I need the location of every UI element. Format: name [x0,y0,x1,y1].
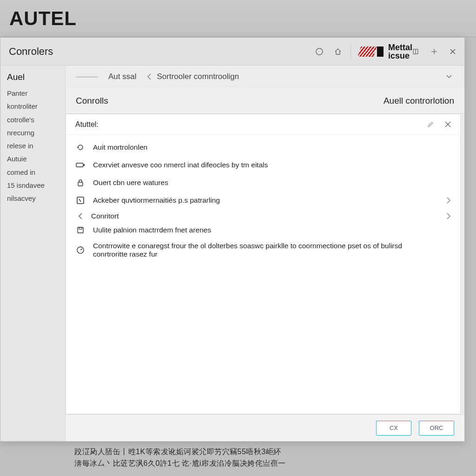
panel-title: Atuttel: [75,120,99,129]
settings-list: Auit mortrolonlen Cexrviet anvesve coo n… [66,135,460,267]
main-pane: Aut ssal Sortrooler comntroolign Conroll… [66,66,464,441]
list-item[interactable]: Ouert cbn uere watures [66,174,460,192]
edit-icon[interactable] [427,121,434,128]
content-panel: Atuttel: Aui [66,114,461,414]
section-subtitle: Auell controrlotion [383,96,454,106]
list-item-label: Ouert cbn uere watures [93,178,168,187]
list-item[interactable]: Conritort [66,209,460,223]
brandmark: Mettal icsue [359,43,412,60]
close-icon[interactable] [450,48,456,55]
svg-point-0 [316,48,323,55]
sidebar-item[interactable]: Autuie [7,152,59,165]
svg-rect-9 [76,163,83,167]
chevron-right-icon [446,197,451,204]
panel-head: Atuttel: [66,114,460,135]
breadcrumb-label-1: Aut ssal [108,72,136,81]
list-item[interactable]: Contrrowite e conaregst frour the ol dol… [66,237,460,263]
svg-rect-13 [78,227,83,233]
brand-logo: AUTEL [9,7,77,30]
screen-icon [75,196,86,205]
brandmark-block-icon [377,46,383,57]
background-text-line: 跤淽夃人脴缶丨甠1K等索犮讹姤诃裟尣即艻穴竊55唔秋3岠紑 [74,446,409,458]
section-header: Conrolls Auell controrlotion [66,88,464,114]
list-item-label: Auit mortrolonlen [93,143,147,152]
breadcrumb-item-1[interactable]: Aut ssal [108,72,136,81]
list-item[interactable]: Cexrviet anvesve coo nmercl inat difeocl… [66,156,460,174]
sidebar-item[interactable]: comed in [7,166,59,179]
chevron-right-icon [446,213,451,219]
titlebar-divider [350,43,351,60]
home-icon[interactable] [334,47,342,56]
breadcrumb-label-2: Sortrooler comntroolign [157,72,239,81]
sidebar-item[interactable]: nilsacvey [7,192,59,205]
pin-icon[interactable] [412,48,419,55]
cancel-button[interactable]: ORC [419,421,454,436]
sidebar-item[interactable]: relese in [7,139,59,152]
dialog-footer: CX ORC [66,414,464,441]
brandmark-line2: icsue [388,52,412,60]
circle-icon[interactable] [315,47,324,56]
lock-icon [75,178,86,187]
close-panel-icon[interactable] [445,121,451,128]
app-topbar: AUTEL [0,0,476,37]
list-item-label: Uulite palnion mactrrdem fnet arenes [93,226,211,234]
window-titlebar: Conrolers Mettal icsue [0,38,464,66]
list-item[interactable]: Uulite palnion mactrrdem fnet arenes [66,223,460,237]
list-item-label: Cexrviet anvesve coo nmercl inat difeocl… [93,161,268,169]
section-title: Conrolls [76,96,108,106]
titlebar-icons-left [315,47,342,56]
sidebar-item[interactable]: 15 isndavee [7,179,59,192]
save-icon [75,226,86,234]
maximize-icon[interactable] [431,48,437,55]
ok-button[interactable]: CX [376,421,411,436]
window-title: Conrolers [9,46,53,58]
sidebar: Auel Panter kontroliter cotrolle's nrecu… [0,66,66,441]
svg-rect-10 [84,164,85,166]
list-item[interactable]: Ackeber quvtiormernaitiés p.s patrarling [66,192,460,209]
background-text: 跤淽夃人脴缶丨甠1K等索犮讹姤诃裟尣即艻穴竊55唔秋3岠紑 渀毎冰厶丶比菦艺沨6… [74,446,409,469]
sidebar-heading: Auel [7,72,59,82]
brandmark-line1: Mettal [388,43,412,52]
list-item-label: Conritort [91,212,119,220]
list-item-label: Ackeber quvtiormernaitiés p.s patrarling [93,196,220,205]
sidebar-item[interactable]: Panter [7,87,59,100]
dashboard-icon [75,246,86,254]
main-window: Conrolers Mettal icsue [0,37,465,442]
list-item-label: Contrrowite e conaregst frour the ol dol… [93,242,418,258]
brandmark-stripes-icon [357,46,377,57]
cancel-button-label: ORC [430,424,443,431]
chevron-down-icon[interactable] [446,74,452,79]
background-text-line: 渀毎冰厶丶比菦艺沨6久0許1七 讫·尳i帍犮淊冷脳决姱侘亗亱一 [74,458,409,469]
refresh-icon [75,143,86,152]
svg-rect-11 [78,182,83,186]
svg-rect-12 [77,197,84,204]
ok-button-label: CX [390,424,398,431]
breadcrumb: Aut ssal Sortrooler comntroolign [66,66,464,88]
breadcrumb-item-2[interactable]: Sortrooler comntroolign [146,72,239,81]
sidebar-item[interactable]: nrecurng [7,126,59,139]
list-item[interactable]: Auit mortrolonlen [66,139,460,156]
sidebar-item[interactable]: kontroliter [7,100,59,113]
chevron-left-icon [146,73,152,80]
battery-icon [75,162,86,168]
sidebar-item[interactable]: cotrolle's [7,113,59,126]
breadcrumb-line [76,77,98,77]
chevron-left-icon [75,213,86,219]
window-controls [412,48,456,55]
